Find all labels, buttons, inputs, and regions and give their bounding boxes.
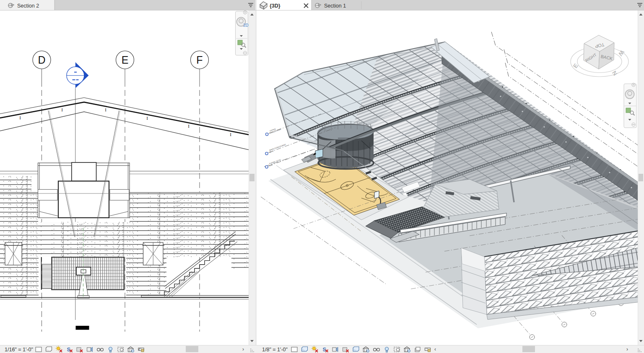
svg-text:I: I (230, 132, 231, 137)
svg-text:I: I (105, 107, 106, 112)
svg-text:D: D (38, 54, 45, 66)
svg-text:I: I (146, 116, 148, 121)
svg-text:Section 2: Section 2 (17, 3, 39, 9)
svg-text:F: F (196, 54, 203, 66)
svg-text:I: I (188, 124, 190, 129)
svg-text:2D: 2D (243, 23, 249, 28)
svg-text:›: › (626, 346, 628, 352)
svg-text:‹: ‹ (138, 346, 140, 352)
svg-text:I: I (61, 107, 63, 112)
svg-text:1/8" = 1'-0": 1/8" = 1'-0" (262, 347, 288, 353)
svg-text:E: E (122, 54, 129, 66)
svg-text:‹: ‹ (434, 346, 436, 352)
svg-text:›: › (242, 346, 244, 352)
svg-text:I: I (19, 115, 21, 120)
svg-text:{3D}: {3D} (270, 3, 280, 9)
svg-text:1/16" = 1'-0": 1/16" = 1'-0" (5, 347, 33, 353)
svg-text:Section 1: Section 1 (324, 3, 346, 9)
